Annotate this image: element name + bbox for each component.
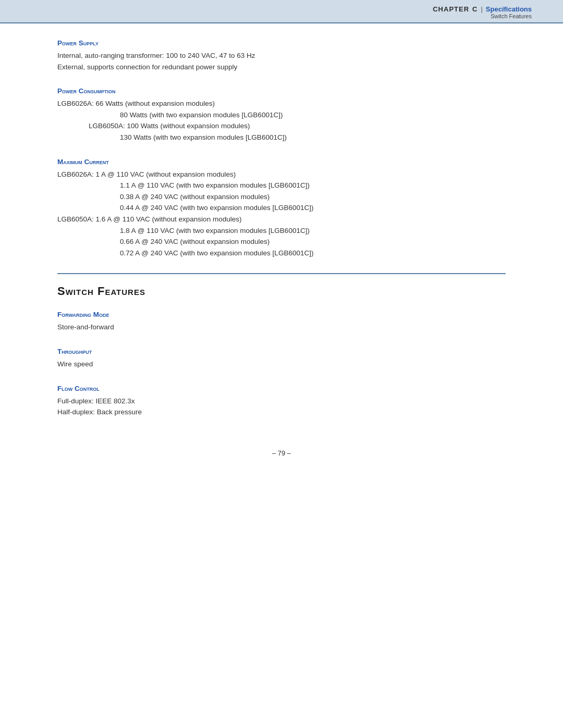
mc-line-5: 1.8 A @ 110 VAC (with two expansion modu… [120,225,506,237]
forwarding-mode-block: Forwarding Mode Store-and-forward [57,311,506,333]
throughput-block: Throughput Wire speed [57,348,506,370]
main-content: Power Supply Internal, auto-ranging tran… [0,23,563,488]
power-consumption-section: Power Consumption LGB6026A: 66 Watts (wi… [57,87,506,143]
flow-control-line-2: Half-duplex: Back pressure [57,406,506,418]
header-right: Chapter C | Specifications Switch Featur… [433,5,532,19]
throughput-text: Wire speed [57,359,506,370]
flow-control-block: Flow Control Full-duplex: IEEE 802.3x Ha… [57,385,506,418]
switch-features-title: Switch Features [57,285,506,298]
maximum-current-text: LGB6026A: 1 A @ 110 VAC (without expansi… [57,169,506,259]
power-supply-line-2: External, supports connection for redund… [57,61,506,73]
switch-features-section: Switch Features Forwarding Mode Store-an… [57,273,506,417]
mc-line-2: 0.38 A @ 240 VAC (without expansion modu… [120,191,506,203]
throughput-heading: Throughput [57,348,506,355]
header-subtitle: Switch Features [433,13,532,19]
maximum-current-section: Maximum Current LGB6026A: 1 A @ 110 VAC … [57,158,506,259]
mc-line-0: LGB6026A: 1 A @ 110 VAC (without expansi… [57,169,506,180]
power-supply-section: Power Supply Internal, auto-ranging tran… [57,39,506,72]
power-supply-heading: Power Supply [57,39,506,47]
chapter-label: Chapter [433,5,469,13]
flow-control-text: Full-duplex: IEEE 802.3x Half-duplex: Ba… [57,396,506,418]
chapter-letter: C [472,5,478,13]
flow-control-line-1: Full-duplex: IEEE 802.3x [57,396,506,407]
header-specs: Specifications [486,5,532,13]
header-separator: | [481,5,482,13]
power-supply-text: Internal, auto-ranging transformer: 100 … [57,50,506,72]
page-number: – 79 – [57,449,506,467]
pc-line-3: 130 Watts (with two expansion modules [L… [120,132,506,143]
forwarding-mode-text: Store-and-forward [57,322,506,333]
maximum-current-heading: Maximum Current [57,158,506,166]
power-consumption-text: LGB6026A: 66 Watts (without expansion mo… [57,98,506,143]
mc-line-1: 1.1 A @ 110 VAC (with two expansion modu… [120,180,506,191]
pc-line-0: LGB6026A: 66 Watts (without expansion mo… [57,98,506,109]
forwarding-mode-heading: Forwarding Mode [57,311,506,318]
mc-line-3: 0.44 A @ 240 VAC (with two expansion mod… [120,202,506,214]
mc-line-7: 0.72 A @ 240 VAC (with two expansion mod… [120,248,506,259]
mc-line-6: 0.66 A @ 240 VAC (without expansion modu… [120,236,506,248]
flow-control-heading: Flow Control [57,385,506,392]
power-supply-line-1: Internal, auto-ranging transformer: 100 … [57,50,506,61]
page-header: Chapter C | Specifications Switch Featur… [0,0,563,23]
pc-line-1: 80 Watts (with two expansion modules [LG… [120,109,506,121]
header-chapter-line: Chapter C | Specifications [433,5,532,13]
page: Chapter C | Specifications Switch Featur… [0,0,563,728]
pc-line-2: LGB6050A: 100 Watts (without expansion m… [89,120,506,132]
mc-line-4: LGB6050A: 1.6 A @ 110 VAC (without expan… [57,214,506,225]
power-consumption-heading: Power Consumption [57,87,506,95]
